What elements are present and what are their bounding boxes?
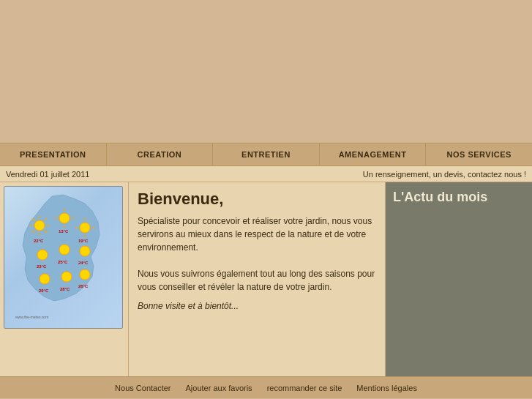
svg-text:29°C: 29°C	[39, 288, 49, 293]
subheader: Vendredi 01 juillet 2011 Un renseignemen…	[0, 166, 532, 182]
nav-creation[interactable]: CREATION	[107, 143, 214, 165]
svg-point-11	[59, 213, 70, 223]
svg-point-25	[59, 245, 70, 255]
welcome-title: Bienvenue,	[138, 190, 376, 209]
nav-entretien[interactable]: ENTRETIEN	[213, 143, 320, 165]
svg-text:25°C: 25°C	[58, 260, 68, 264]
svg-text:19°C: 19°C	[78, 239, 89, 243]
svg-text:13°C: 13°C	[59, 229, 69, 234]
svg-text:26°C: 26°C	[78, 284, 89, 288]
footer: Nous Contacter Ajouter aux favoris recom…	[0, 376, 532, 398]
contact-prompt: Un renseignement, un devis, contactez no…	[363, 170, 526, 179]
svg-point-29	[40, 274, 50, 284]
svg-text:28°C: 28°C	[60, 287, 70, 291]
welcome-panel: Bienvenue, Spécialiste pour concevoir et…	[128, 182, 386, 376]
welcome-paragraph2: Nous vous suivrons également tout au lon…	[138, 267, 376, 294]
svg-point-1	[34, 220, 45, 231]
svg-point-27	[80, 246, 90, 256]
welcome-paragraph1: Spécialiste pour concevoir et réaliser v…	[138, 215, 376, 254]
svg-point-33	[80, 269, 90, 280]
svg-text:22°C: 22°C	[34, 239, 44, 243]
welcome-footer: Bonne visite et à bientôt...	[138, 301, 376, 311]
footer-favoris[interactable]: Ajouter aux favoris	[186, 384, 252, 392]
main-content: 22°C 13°C 19°C 23°C	[0, 182, 532, 376]
banner	[0, 0, 532, 143]
svg-point-17	[80, 223, 90, 233]
svg-point-31	[61, 272, 72, 282]
nav-amenagement[interactable]: AMENAGEMENT	[320, 143, 427, 165]
weather-panel: 22°C 13°C 19°C 23°C	[0, 182, 128, 376]
nav-nos-services[interactable]: NOS SERVICES	[426, 143, 532, 165]
svg-text:24°C: 24°C	[78, 261, 89, 265]
footer-contact[interactable]: Nous Contacter	[115, 384, 171, 392]
svg-text:www.the-meteo.com: www.the-meteo.com	[15, 315, 48, 319]
footer-recommander[interactable]: recommander ce site	[267, 384, 342, 392]
navbar: PRESENTATION CREATION ENTRETIEN AMENAGEM…	[0, 143, 532, 166]
nav-presentation[interactable]: PRESENTATION	[0, 143, 107, 165]
svg-point-23	[37, 250, 48, 260]
actu-title: L'Actu du mois	[393, 190, 525, 205]
svg-text:23°C: 23°C	[37, 264, 47, 269]
weather-map: 22°C 13°C 19°C 23°C	[4, 186, 123, 329]
current-date: Vendredi 01 juillet 2011	[6, 170, 89, 179]
footer-mentions[interactable]: Mentions légales	[356, 384, 417, 392]
actu-panel: L'Actu du mois	[386, 182, 532, 376]
